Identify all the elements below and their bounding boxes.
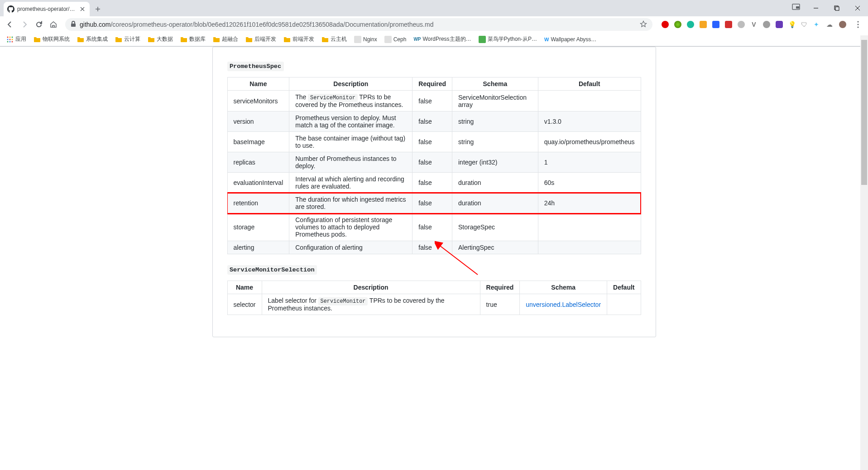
cell-default: v1.3.0 — [538, 111, 641, 132]
bookmark-item[interactable]: Nginx — [351, 34, 380, 45]
bookmark-item[interactable]: 云计算 — [112, 34, 143, 45]
table-header: Default — [607, 281, 641, 294]
cell-schema: StorageSpec — [452, 213, 538, 241]
bookmark-label: 云计算 — [124, 35, 140, 43]
bookmark-item[interactable]: Ceph — [382, 34, 409, 45]
table-header: Description — [289, 78, 412, 91]
cell-description: The base container image (without tag) t… — [289, 132, 412, 152]
svg-point-12 — [10, 39, 11, 40]
bookmark-item[interactable]: 数据库 — [177, 34, 208, 45]
table-row: baseImageThe base container image (witho… — [227, 132, 641, 152]
table-header: Description — [262, 281, 480, 294]
ext-red-icon[interactable] — [725, 21, 732, 28]
cell-name: retention — [227, 193, 289, 213]
extension-icons: V 💡 🛡 ✦ ☁ — [658, 21, 850, 28]
bookmark-item[interactable]: 系统集成 — [74, 34, 110, 45]
ext-cloud-icon[interactable]: ☁ — [826, 21, 834, 28]
pip-icon[interactable] — [792, 4, 800, 11]
tab-close-button[interactable] — [79, 5, 86, 13]
ext-green-icon[interactable] — [674, 21, 681, 28]
back-button[interactable] — [4, 18, 16, 31]
table-header: Required — [480, 281, 520, 294]
ext-teal-icon[interactable] — [687, 21, 694, 28]
ext-globe-icon[interactable] — [763, 21, 770, 28]
cell-description: Prometheus version to deploy. Must match… — [289, 111, 412, 132]
close-window-button[interactable] — [847, 1, 868, 15]
browser-chrome: prometheus-operator/promet github.com/co… — [0, 0, 868, 47]
bookmark-item[interactable]: WWallpaper Abyss… — [542, 34, 599, 44]
table-row: selectorLabel selector for ServiceMonito… — [227, 294, 641, 315]
window-controls — [806, 0, 868, 16]
cell-description: Label selector for ServiceMonitor TPRs t… — [262, 294, 480, 315]
home-button[interactable] — [47, 18, 60, 31]
cell-schema: duration — [452, 173, 538, 193]
tab-title: prometheus-operator/promet — [17, 6, 76, 12]
bookmark-label: 应用 — [15, 35, 26, 43]
bookmark-label: Wallpaper Abyss… — [551, 36, 596, 43]
cell-required: false — [412, 173, 452, 193]
cell-default — [538, 241, 641, 254]
ext-bulb-icon[interactable]: 💡 — [788, 21, 796, 28]
ext-blue-icon[interactable] — [712, 21, 719, 28]
ext-gray-icon[interactable] — [738, 21, 745, 28]
cell-name: serviceMonitors — [227, 91, 289, 111]
maximize-button[interactable] — [826, 1, 847, 15]
schema-link[interactable]: unversioned.LabelSelector — [526, 301, 601, 308]
svg-point-13 — [12, 39, 13, 40]
bookmark-label: 大数据 — [157, 35, 173, 43]
table-row: evaluationIntervalInterval at which aler… — [227, 173, 641, 193]
bookmark-label: 菜鸟学Python-从P… — [488, 35, 537, 43]
bookmark-item[interactable]: 后端开发 — [243, 34, 279, 45]
cell-description: Number of Prometheus instances to deploy… — [289, 152, 412, 173]
browser-tab[interactable]: prometheus-operator/promet — [4, 2, 90, 16]
browser-menu-button[interactable] — [852, 18, 864, 31]
svg-point-7 — [858, 27, 859, 28]
table-header: Name — [227, 281, 262, 294]
svg-point-14 — [7, 41, 9, 42]
svg-rect-4 — [71, 24, 76, 27]
lock-icon — [71, 21, 76, 29]
reload-button[interactable] — [33, 18, 45, 31]
svg-point-16 — [12, 41, 13, 42]
content-area[interactable]: PrometheusSpec NameDescriptionRequiredSc… — [0, 47, 868, 470]
table-row: storageConfiguration of persistent stora… — [227, 213, 641, 241]
bookmark-item[interactable]: 云主机 — [319, 34, 350, 45]
cell-required: true — [480, 294, 520, 315]
bookmark-item[interactable]: 菜鸟学Python-从P… — [476, 34, 540, 45]
cell-schema: integer (int32) — [452, 152, 538, 173]
bookmark-item[interactable]: 大数据 — [145, 34, 176, 45]
table-row: versionPrometheus version to deploy. Mus… — [227, 111, 641, 132]
ext-orange-icon[interactable] — [700, 21, 707, 28]
address-bar[interactable]: github.com/coreos/prometheus-operator/bl… — [65, 18, 652, 31]
bookmark-star-icon[interactable] — [640, 20, 647, 29]
cell-schema: string — [452, 132, 538, 152]
minimize-button[interactable] — [806, 1, 826, 15]
bookmark-item[interactable]: WPWordPress主题的… — [411, 34, 474, 45]
table-header: Default — [538, 78, 641, 91]
forward-button[interactable] — [18, 18, 31, 31]
profile-avatar[interactable] — [839, 21, 846, 28]
ext-purple-icon[interactable] — [776, 21, 783, 28]
table-header: Required — [412, 78, 452, 91]
svg-point-15 — [10, 41, 11, 42]
bookmark-label: 数据库 — [189, 35, 206, 43]
bookmark-item[interactable]: 前端开发 — [281, 34, 317, 45]
svg-point-8 — [7, 36, 9, 38]
bookmark-label: Ceph — [393, 36, 407, 43]
cell-required: false — [412, 152, 452, 173]
scrollbar-track[interactable] — [860, 35, 868, 470]
bookmark-label: 后端开发 — [254, 35, 276, 43]
new-tab-button[interactable] — [91, 3, 104, 15]
cell-description: Configuration of persistent storage volu… — [289, 213, 412, 241]
svg-point-5 — [858, 21, 859, 23]
tab-bar: prometheus-operator/promet — [0, 0, 868, 16]
ext-v-icon[interactable]: V — [750, 21, 758, 28]
svg-point-9 — [10, 36, 11, 38]
scrollbar-thumb[interactable] — [861, 40, 867, 185]
bookmark-item[interactable]: 应用 — [4, 34, 29, 45]
ext-shield-icon[interactable]: 🛡 — [801, 21, 808, 28]
ext-bird-icon[interactable]: ✦ — [814, 21, 821, 28]
ext-abp-icon[interactable] — [662, 21, 669, 28]
bookmark-item[interactable]: 超融合 — [210, 34, 241, 45]
bookmark-item[interactable]: 物联网系统 — [31, 34, 72, 45]
